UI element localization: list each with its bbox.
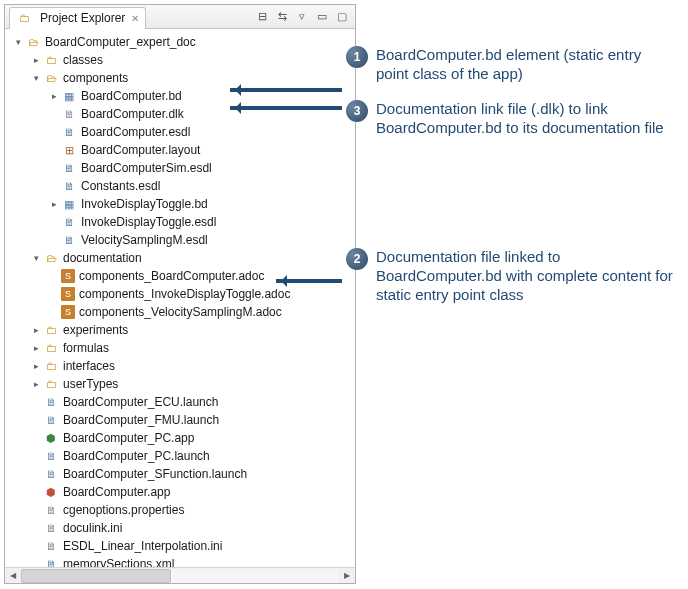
folder-open-icon: 🗁 [43,250,59,266]
expand-toggle[interactable] [29,379,43,389]
tree-item-label: InvokeDisplayToggle.bd [81,197,208,211]
tree-item-label: BoardComputer.dlk [81,107,184,121]
tree-item-label: BoardComputer_PC.app [63,431,194,445]
file-boardcomputer-esdl[interactable]: 🗎BoardComputer.esdl [5,123,355,141]
tab-project-explorer[interactable]: 🗀 Project Explorer ✕ [9,7,146,29]
minimize-button[interactable]: ▭ [313,8,331,26]
annotation-callout-2: 2Documentation file linked to BoardCompu… [346,248,676,304]
file-boardcomputer-layout[interactable]: ⊞BoardComputer.layout [5,141,355,159]
folder-icon: 🗀 [43,376,59,392]
xml-icon: 🗎 [43,556,59,567]
file-boardcomputer-ecu-launch[interactable]: 🗎BoardComputer_ECU.launch [5,393,355,411]
project-root[interactable]: 🗁BoardComputer_expert_doc [5,33,355,51]
annotation-callout-3: 3Documentation link file (.dlk) to link … [346,100,676,138]
file-components-velocitysamplingm-adoc[interactable]: Scomponents_VelocitySamplingM.adoc [5,303,355,321]
annotation-arrow [230,106,342,110]
folder-classes[interactable]: 🗀classes [5,51,355,69]
tree-item-label: BoardComputer_expert_doc [45,35,196,49]
bd-icon: ▦ [61,196,77,212]
folder-icon: 🗀 [43,52,59,68]
scroll-left-button[interactable]: ◀ [5,569,21,583]
esdl-icon: 🗎 [61,214,77,230]
folder-formulas[interactable]: 🗀formulas [5,339,355,357]
file-boardcomputer-sfunction-launch[interactable]: 🗎BoardComputer_SFunction.launch [5,465,355,483]
expand-toggle[interactable] [47,91,61,101]
file-memorysections-xml[interactable]: 🗎memorySections.xml [5,555,355,567]
callout-number-badge: 3 [346,100,368,122]
callout-number-badge: 1 [346,46,368,68]
expand-toggle[interactable] [29,253,43,263]
folder-usertypes[interactable]: 🗀userTypes [5,375,355,393]
folder-icon: 🗀 [43,322,59,338]
file-boardcomputer-pc-app[interactable]: ⬢BoardComputer_PC.app [5,429,355,447]
scroll-track[interactable] [21,569,339,583]
bd-icon: ▦ [61,88,77,104]
tree-item-label: Constants.esdl [81,179,160,193]
tree-item-label: ESDL_Linear_Interpolation.ini [63,539,222,553]
tree-item-label: BoardComputer.layout [81,143,200,157]
expand-toggle[interactable] [29,343,43,353]
dlk-icon: 🗎 [61,106,77,122]
tree-item-label: components [63,71,128,85]
file-components-invokedisplaytoggle-adoc[interactable]: Scomponents_InvokeDisplayToggle.adoc [5,285,355,303]
file-esdl-linear-interpolation-ini[interactable]: 🗎ESDL_Linear_Interpolation.ini [5,537,355,555]
tree-item-label: memorySections.xml [63,557,174,567]
adoc-icon: S [61,305,75,319]
esdl-icon: 🗎 [61,178,77,194]
expand-toggle[interactable] [29,361,43,371]
tree-item-label: interfaces [63,359,115,373]
folder-icon: 🗀 [43,358,59,374]
callout-text: Documentation link file (.dlk) to link B… [376,100,676,138]
tree-item-label: doculink.ini [63,521,122,535]
file-constants-esdl[interactable]: 🗎Constants.esdl [5,177,355,195]
ini-icon: 🗎 [43,520,59,536]
navigator-icon: 🗀 [16,10,32,26]
scroll-thumb[interactable] [21,569,171,583]
annotation-callout-1: 1BoardComputer.bd element (static entry … [346,46,676,84]
close-icon[interactable]: ✕ [131,13,139,24]
view-tabbar: 🗀 Project Explorer ✕ ⊟ ⇆ ▿ ▭ ▢ [5,5,355,29]
folder-components[interactable]: 🗁components [5,69,355,87]
callout-number-badge: 2 [346,248,368,270]
folder-documentation[interactable]: 🗁documentation [5,249,355,267]
tree-item-label: VelocitySamplingM.esdl [81,233,208,247]
tree-item-label: components_VelocitySamplingM.adoc [79,305,282,319]
file-velocitysamplingm-esdl[interactable]: 🗎VelocitySamplingM.esdl [5,231,355,249]
expand-toggle[interactable] [29,55,43,65]
file-boardcomputer-fmu-launch[interactable]: 🗎BoardComputer_FMU.launch [5,411,355,429]
collapse-all-button[interactable]: ⊟ [253,8,271,26]
file-boardcomputersim-esdl[interactable]: 🗎BoardComputerSim.esdl [5,159,355,177]
horizontal-scrollbar[interactable]: ◀ ▶ [5,567,355,583]
tree-item-label: BoardComputer.bd [81,89,182,103]
file-invokedisplaytoggle-esdl[interactable]: 🗎InvokeDisplayToggle.esdl [5,213,355,231]
launch-icon: 🗎 [43,448,59,464]
expand-toggle[interactable] [29,325,43,335]
tree-item-label: BoardComputer_ECU.launch [63,395,218,409]
folder-experiments[interactable]: 🗀experiments [5,321,355,339]
tree-item-label: classes [63,53,103,67]
tab-title: Project Explorer [40,11,125,25]
launch-icon: 🗎 [43,412,59,428]
file-doculink-ini[interactable]: 🗎doculink.ini [5,519,355,537]
callout-text: Documentation file linked to BoardComput… [376,248,676,304]
tree-item-label: BoardComputer_SFunction.launch [63,467,247,481]
maximize-button[interactable]: ▢ [333,8,351,26]
tree-item-label: cgenoptions.properties [63,503,184,517]
adoc-icon: S [61,287,75,301]
folder-interfaces[interactable]: 🗀interfaces [5,357,355,375]
file-invokedisplaytoggle-bd[interactable]: ▦InvokeDisplayToggle.bd [5,195,355,213]
expand-toggle[interactable] [47,199,61,209]
layout-icon: ⊞ [61,142,77,158]
tree-item-label: InvokeDisplayToggle.esdl [81,215,216,229]
file-boardcomputer-pc-launch[interactable]: 🗎BoardComputer_PC.launch [5,447,355,465]
file-cgenoptions-properties[interactable]: 🗎cgenoptions.properties [5,501,355,519]
expand-toggle[interactable] [11,37,25,47]
expand-toggle[interactable] [29,73,43,83]
view-menu-button[interactable]: ▿ [293,8,311,26]
file-boardcomputer-app[interactable]: ⬢BoardComputer.app [5,483,355,501]
prop-icon: 🗎 [43,502,59,518]
link-with-editor-button[interactable]: ⇆ [273,8,291,26]
scroll-right-button[interactable]: ▶ [339,569,355,583]
app-icon: ⬢ [43,430,59,446]
tree-item-label: components_BoardComputer.adoc [79,269,264,283]
